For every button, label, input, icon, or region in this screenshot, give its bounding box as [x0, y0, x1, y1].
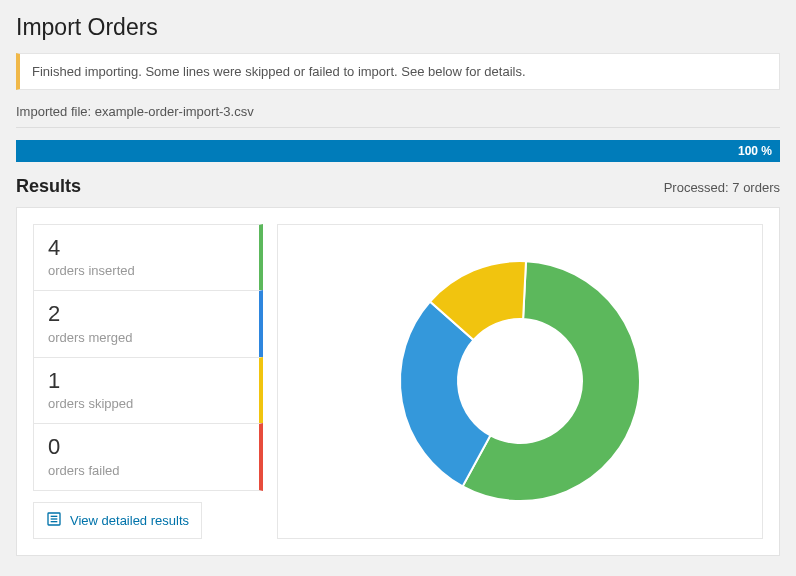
stat-merged: 2 orders merged: [33, 290, 263, 357]
stat-inserted-label: orders inserted: [48, 263, 245, 278]
stat-skipped-label: orders skipped: [48, 396, 245, 411]
imported-file-label: Imported file: example-order-import-3.cs…: [16, 100, 780, 128]
processed-count: Processed: 7 orders: [664, 180, 780, 195]
stat-failed: 0 orders failed: [33, 423, 263, 490]
stat-skipped: 1 orders skipped: [33, 357, 263, 424]
view-detailed-results-label: View detailed results: [70, 513, 189, 528]
stat-inserted-value: 4: [48, 235, 245, 261]
page-title: Import Orders: [16, 14, 780, 41]
results-panel: 4 orders inserted 2 orders merged 1 orde…: [16, 207, 780, 556]
progress-bar: 100 %: [16, 140, 780, 162]
results-heading: Results: [16, 176, 81, 197]
list-icon: [46, 511, 62, 530]
stats-column: 4 orders inserted 2 orders merged 1 orde…: [33, 224, 263, 539]
stat-merged-label: orders merged: [48, 330, 245, 345]
progress-value: 100 %: [738, 144, 772, 158]
import-notice-text: Finished importing. Some lines were skip…: [32, 64, 526, 79]
view-detailed-results-button[interactable]: View detailed results: [33, 502, 202, 539]
stat-merged-value: 2: [48, 301, 245, 327]
stat-failed-label: orders failed: [48, 463, 245, 478]
results-donut-chart: [277, 224, 763, 539]
import-notice: Finished importing. Some lines were skip…: [16, 53, 780, 90]
stat-inserted: 4 orders inserted: [33, 224, 263, 291]
stat-skipped-value: 1: [48, 368, 245, 394]
stat-failed-value: 0: [48, 434, 245, 460]
